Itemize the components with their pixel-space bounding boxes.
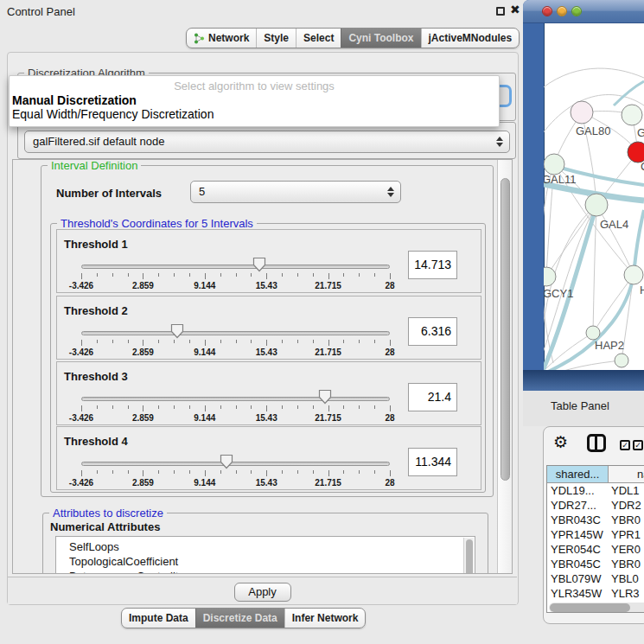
split-columns-icon[interactable] [587, 434, 606, 452]
slider-track[interactable] [81, 331, 390, 335]
table-row[interactable]: YER054CYER0 [547, 542, 644, 557]
tab-discretize-data[interactable]: Discretize Data [195, 609, 284, 628]
tick-mark [174, 470, 175, 474]
network-edge[interactable] [546, 205, 596, 277]
tick-label: 28 [385, 348, 394, 357]
tab-select[interactable]: Select [296, 29, 341, 48]
tick-mark [236, 405, 237, 409]
network-node[interactable] [622, 105, 642, 125]
tab-jactivemnodules[interactable]: jActiveMNodules [421, 29, 520, 48]
apply-button[interactable]: Apply [234, 583, 291, 602]
tab-cyni-toolbox[interactable]: Cyni Toolbox [341, 29, 420, 48]
tick-mark [343, 470, 344, 474]
tick-mark [128, 340, 129, 343]
number-of-intervals-combobox[interactable]: 5 [190, 181, 401, 203]
network-edge[interactable] [544, 68, 644, 93]
slider-handle[interactable] [220, 454, 233, 469]
slider-track[interactable] [81, 397, 390, 401]
threshold-label: Threshold 3 [64, 370, 128, 383]
table-row[interactable]: YLR345WYLR3 [547, 586, 644, 601]
attribute-item[interactable]: BetweennessCentrality [56, 569, 475, 574]
threshold-value-field[interactable]: 11.344 [408, 448, 457, 476]
threshold-panel: Threshold 1 -3.4262.8599.14415.4321.7152… [56, 229, 481, 293]
tab-network[interactable]: Network [187, 29, 256, 48]
network-edge[interactable] [596, 205, 634, 275]
network-node[interactable] [544, 267, 556, 286]
tick-mark [143, 340, 143, 346]
tick-mark [158, 273, 159, 277]
slider-handle[interactable] [170, 323, 184, 339]
algorithm-option[interactable]: Equal Width/Frequency Discretization [10, 107, 499, 121]
table-row[interactable]: YDL19...YDL1 [547, 483, 644, 498]
tick-label: -3.426 [69, 478, 93, 488]
network-node[interactable] [544, 154, 564, 175]
table-row[interactable]: YPR145WYPR1 [547, 527, 644, 542]
slider-handle[interactable] [252, 257, 266, 272]
network-node[interactable] [624, 265, 643, 284]
tick-mark [297, 405, 298, 409]
network-edge[interactable] [593, 275, 634, 333]
table-data-combobox[interactable]: galFiltered.sif default node [24, 131, 510, 153]
slider-handle[interactable] [318, 389, 332, 405]
list-scrollbar[interactable] [463, 538, 474, 574]
close-icon[interactable]: ✖ [510, 3, 520, 16]
tick-label: 2.859 [132, 348, 154, 357]
algorithm-option[interactable]: Manual Discretization [10, 93, 499, 107]
column-header[interactable]: na [609, 466, 644, 483]
table-hscrollbar[interactable] [549, 603, 644, 613]
tab-style[interactable]: Style [256, 29, 296, 48]
tick-mark [81, 273, 82, 279]
table-row[interactable]: YDR27...YDR2 [547, 498, 644, 513]
table-row[interactable]: YBR043CYBR0 [547, 513, 644, 527]
tick-mark [189, 273, 190, 277]
tick-mark [251, 273, 252, 277]
panel-scrollbar[interactable] [497, 160, 513, 573]
tick-mark [313, 405, 314, 409]
slider-ticks [81, 273, 390, 280]
tab-infer-network[interactable]: Infer Network [284, 609, 366, 628]
table-row[interactable]: YBL079WYBL0 [547, 571, 644, 586]
tick-mark [143, 273, 143, 279]
window-zoom-icon[interactable] [571, 6, 582, 16]
tab-impute-data[interactable]: Impute Data [122, 609, 195, 628]
interval-definition-group-title: Interval Definition [48, 159, 141, 172]
tick-mark [112, 340, 113, 343]
gear-icon[interactable]: ⚙ [553, 432, 568, 452]
algorithm-dropdown-popup: Select algorithm to view settings Manual… [9, 75, 500, 127]
slider-track[interactable] [81, 265, 390, 269]
network-node[interactable] [585, 194, 608, 216]
network-graph[interactable]: GAL80GACGAL11GAL4GCY1HHAP2 [544, 23, 644, 370]
column-header[interactable]: shared... [547, 466, 609, 483]
network-node-label: HAP2 [595, 339, 624, 352]
tick-mark [328, 340, 329, 346]
checkbox-icon[interactable]: ✓ [633, 440, 643, 450]
table-hscrollbar-thumb[interactable] [550, 603, 630, 612]
tick-mark [236, 273, 237, 277]
network-node[interactable] [586, 326, 600, 340]
tick-mark [359, 470, 360, 474]
threshold-value-field[interactable]: 21.4 [408, 383, 457, 411]
threshold-value-field[interactable]: 14.713 [408, 251, 457, 279]
attribute-item[interactable]: SelfLoops [56, 537, 475, 554]
attribute-item[interactable]: TopologicalCoefficient [56, 554, 475, 569]
network-edge[interactable] [614, 81, 644, 105]
window-minimize-icon[interactable] [557, 6, 567, 16]
network-node[interactable] [571, 101, 593, 124]
table-rows: YDL19...YDL1YDR27...YDR2YBR043CYBR0YPR14… [547, 483, 644, 602]
table-row[interactable]: YBR045CYBR0 [547, 557, 644, 571]
list-scrollbar-thumb[interactable] [466, 539, 473, 574]
table-row[interactable]: YIL052CYIL0 [547, 601, 644, 602]
tab-label: Network [208, 32, 249, 44]
float-window-icon[interactable] [496, 7, 505, 16]
checkbox-icon[interactable]: ✓ [620, 440, 630, 450]
table-cell: YBR0 [609, 513, 644, 527]
threshold-value-field[interactable]: 6.316 [408, 317, 457, 346]
tick-mark [189, 405, 190, 409]
network-node-label: GAL4 [600, 218, 628, 231]
network-node[interactable] [615, 354, 628, 367]
panel-scrollbar-thumb[interactable] [501, 178, 510, 481]
window-close-icon[interactable] [542, 6, 552, 16]
tick-mark [374, 470, 375, 474]
network-window-titlebar[interactable] [523, 0, 644, 23]
slider-track[interactable] [81, 462, 390, 466]
